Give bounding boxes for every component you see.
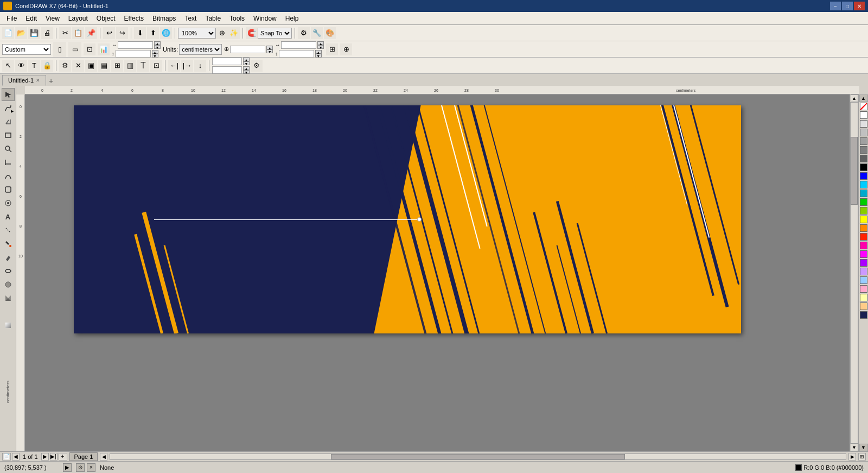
canvas-scroll[interactable] — [25, 94, 850, 451]
portrait-button[interactable]: ▯ — [53, 42, 66, 57]
landscape-button[interactable]: ▭ — [68, 42, 81, 57]
swatch-lightblue[interactable] — [860, 276, 867, 284]
height-up[interactable]: ▲ — [152, 50, 158, 54]
swatch-lightpink[interactable] — [860, 285, 867, 293]
menu-tools[interactable]: Tools — [225, 14, 249, 23]
page-last[interactable]: ▶| — [50, 453, 58, 461]
hscroll-track[interactable] — [110, 453, 846, 460]
text-tool[interactable]: A — [2, 210, 15, 223]
menu-text[interactable]: Text — [180, 14, 201, 23]
swatch-lightgray[interactable] — [860, 120, 867, 128]
units-select[interactable]: centimeters inches pixels — [179, 44, 222, 55]
shape-tool[interactable] — [2, 183, 15, 196]
swatch-blue[interactable] — [860, 172, 867, 180]
interactive-fill-tool[interactable] — [2, 319, 15, 332]
page-1-tab[interactable]: Page 1 — [69, 452, 98, 461]
swatch-cyan[interactable] — [860, 181, 867, 188]
new-button[interactable]: 📄 — [2, 27, 14, 39]
pen-tool[interactable] — [2, 305, 15, 318]
dup-h-down[interactable]: ▼ — [317, 45, 324, 49]
swatch-darkgray[interactable] — [860, 155, 867, 162]
page-next[interactable]: ▶ — [41, 453, 49, 461]
paste-button[interactable]: 📌 — [85, 27, 97, 39]
swatch-navyblue[interactable] — [860, 311, 867, 319]
menu-file[interactable]: File — [2, 14, 21, 23]
menu-bitmaps[interactable]: Bitmaps — [148, 14, 180, 23]
swatch-red[interactable] — [860, 233, 867, 241]
save-button[interactable]: 💾 — [28, 27, 40, 39]
height-input[interactable]: 10,0 cm — [116, 50, 151, 58]
menu-effects[interactable]: Effects — [120, 14, 148, 23]
tab-add-button[interactable]: + — [46, 76, 56, 86]
swatch-yellow-green[interactable] — [860, 207, 867, 215]
menu-object[interactable]: Object — [92, 14, 120, 23]
obj-arr1-btn[interactable]: ←| — [168, 60, 180, 72]
swatch-pink[interactable] — [860, 242, 867, 249]
select-tool[interactable] — [2, 88, 15, 101]
zoom-fit-button[interactable]: ⊕ — [216, 27, 228, 39]
connector-tool[interactable] — [2, 224, 15, 237]
swatch-none[interactable] — [860, 103, 867, 110]
obj-frame-btn[interactable]: ⊡ — [150, 60, 162, 72]
copy-button[interactable]: 📋 — [72, 27, 84, 39]
palette-down[interactable]: ▼ — [859, 444, 868, 451]
zoom-level-button[interactable]: ✨ — [228, 27, 240, 39]
dup-v-up[interactable]: ▲ — [315, 50, 322, 54]
swatch-green[interactable] — [860, 198, 867, 206]
swatch-black[interactable] — [860, 163, 867, 171]
blend-tool[interactable] — [2, 264, 15, 278]
swatch-teal[interactable] — [860, 190, 867, 197]
swatch-orange[interactable] — [860, 224, 867, 232]
pos-x-down[interactable]: ▼ — [243, 61, 250, 65]
fill-tool[interactable] — [2, 237, 15, 250]
obj-text-btn[interactable]: T — [28, 60, 40, 72]
vscroll-track[interactable] — [850, 102, 858, 444]
page-size-select[interactable]: Custom A4 Letter — [2, 44, 51, 55]
color-tool[interactable] — [2, 292, 15, 305]
obj-eye-btn[interactable]: 👁 — [15, 60, 27, 72]
obj-arr3-btn[interactable]: ↓ — [194, 60, 206, 72]
nudge-down[interactable]: ▼ — [266, 49, 273, 53]
close-button[interactable]: ✕ — [854, 2, 865, 10]
smart-draw-tool[interactable] — [2, 115, 15, 128]
eyedropper-tool[interactable] — [2, 197, 15, 210]
pos-y-up[interactable]: ▲ — [243, 66, 250, 70]
page-prev[interactable]: ◀ — [12, 453, 20, 461]
maximize-button[interactable]: □ — [842, 2, 853, 10]
hscroll-right[interactable]: ▶ — [848, 453, 856, 461]
menu-window[interactable]: Window — [249, 14, 281, 23]
options-button[interactable]: ⚙ — [298, 27, 310, 39]
pos-y-down[interactable]: ▼ — [243, 70, 250, 74]
corel-button[interactable]: 🔧 — [311, 27, 323, 39]
dup-h-input[interactable]: 0,635 cm — [281, 41, 316, 49]
swatch-white[interactable] — [860, 111, 867, 119]
obj-grid-btn[interactable]: ⊞ — [111, 60, 123, 72]
pos-x-up[interactable]: ▲ — [243, 58, 250, 61]
obj-sel2-btn[interactable]: ▤ — [98, 60, 110, 72]
snap-select[interactable]: Snap To — [258, 28, 292, 39]
obj-select-btn[interactable]: ↖ — [2, 60, 14, 72]
dup-h-up[interactable]: ▲ — [317, 41, 324, 45]
crop-tool[interactable] — [2, 156, 15, 169]
vscroll-down[interactable]: ▼ — [851, 444, 858, 451]
snap-icon[interactable]: ⊙ — [76, 463, 85, 472]
obj-arr2-btn[interactable]: |→ — [181, 60, 193, 72]
obj-align-btn[interactable]: ▥ — [124, 60, 136, 72]
publish-button[interactable]: 🌐 — [160, 27, 172, 39]
dup-v-input[interactable]: 0,635 cm — [279, 50, 314, 58]
status-play[interactable]: ▶ — [63, 463, 72, 472]
curve-tool[interactable] — [2, 169, 15, 182]
snap-off-icon[interactable]: × — [87, 463, 95, 472]
zoom-tool[interactable] — [2, 142, 15, 155]
redo-button[interactable]: ↪ — [116, 27, 128, 39]
menu-edit[interactable]: Edit — [21, 14, 41, 23]
pos-x-input[interactable]: 0,5 cm — [212, 58, 242, 65]
obj-gear-btn[interactable]: ⚙ — [59, 60, 71, 72]
width-up[interactable]: ▲ — [154, 41, 161, 45]
rectangle-tool[interactable] — [2, 129, 15, 142]
obj-x-btn[interactable]: ✕ — [72, 60, 84, 72]
obj-options2-btn[interactable]: ⚙ — [251, 60, 263, 72]
width-input[interactable]: 30,0 cm — [118, 41, 153, 49]
tab-close-icon[interactable]: ✕ — [36, 78, 40, 83]
color-mgmt-button[interactable]: 🎨 — [324, 27, 336, 39]
